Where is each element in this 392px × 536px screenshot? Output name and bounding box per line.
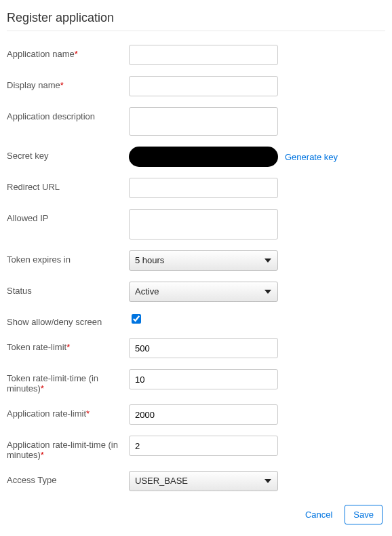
label-application-rate-limit-time: Application rate-limit-time (in minutes)… xyxy=(7,436,129,460)
label-application-name: Application name* xyxy=(7,45,129,59)
label-access-type: Access Type xyxy=(7,471,129,485)
token-rate-limit-time-input[interactable] xyxy=(129,369,278,389)
label-status: Status xyxy=(7,282,129,296)
page-title: Register application xyxy=(7,11,385,31)
label-allowed-ip: Allowed IP xyxy=(7,209,129,223)
token-expires-select[interactable]: 5 hours xyxy=(129,250,278,271)
display-name-input[interactable] xyxy=(129,76,278,96)
secret-key-value xyxy=(129,147,278,167)
application-name-input[interactable] xyxy=(129,45,278,65)
label-application-description: Application description xyxy=(7,107,129,121)
label-token-rate-limit: Token rate-limit* xyxy=(7,338,129,352)
label-secret-key: Secret key xyxy=(7,147,129,161)
register-form: Application name* Display name* Applicat… xyxy=(7,45,385,491)
application-description-input[interactable] xyxy=(129,107,278,136)
status-select[interactable]: Active xyxy=(129,282,278,302)
save-button[interactable]: Save xyxy=(345,505,383,524)
token-rate-limit-input[interactable] xyxy=(129,338,278,358)
access-type-select[interactable]: USER_BASE xyxy=(129,471,278,491)
label-token-rate-limit-time: Token rate-limit-time (in minutes)* xyxy=(7,369,129,394)
allowed-ip-input[interactable] xyxy=(129,209,278,240)
label-application-rate-limit: Application rate-limit* xyxy=(7,404,129,419)
redirect-url-input[interactable] xyxy=(129,178,278,198)
show-allow-deny-checkbox[interactable] xyxy=(132,314,141,324)
label-display-name: Display name* xyxy=(7,76,129,90)
generate-key-link[interactable]: Generate key xyxy=(285,152,338,162)
form-footer: Cancel Save xyxy=(7,505,385,524)
label-redirect-url: Redirect URL xyxy=(7,178,129,192)
label-token-expires: Token expires in xyxy=(7,250,129,265)
application-rate-limit-input[interactable] xyxy=(129,404,278,425)
cancel-button[interactable]: Cancel xyxy=(305,510,332,520)
application-rate-limit-time-input[interactable] xyxy=(129,436,278,456)
label-show-allow-deny: Show allow/deny screen xyxy=(7,313,129,327)
